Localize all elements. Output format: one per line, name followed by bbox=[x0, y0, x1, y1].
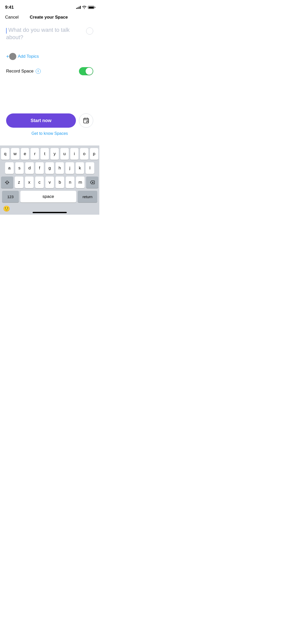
shift-key[interactable] bbox=[1, 177, 13, 188]
key-t[interactable]: t bbox=[40, 148, 49, 160]
key-g[interactable]: g bbox=[45, 162, 54, 174]
key-m[interactable]: m bbox=[76, 177, 85, 188]
emoji-button[interactable]: 🙂 bbox=[3, 206, 10, 212]
key-s[interactable]: s bbox=[15, 162, 24, 174]
record-space-left: Record Space i bbox=[6, 69, 41, 74]
key-z[interactable]: z bbox=[15, 177, 23, 188]
cancel-button[interactable]: Cancel bbox=[5, 15, 19, 20]
return-key[interactable]: return bbox=[78, 191, 97, 202]
schedule-button[interactable] bbox=[79, 113, 93, 128]
topic-circle-icon bbox=[86, 27, 93, 35]
status-bar: 9:41 bbox=[0, 0, 99, 11]
status-icons bbox=[76, 6, 94, 9]
keyboard-bottom-row: 123 space return bbox=[1, 191, 98, 204]
key-h[interactable]: h bbox=[56, 162, 64, 174]
key-q[interactable]: q bbox=[1, 148, 9, 160]
key-o[interactable]: o bbox=[80, 148, 88, 160]
space-key[interactable]: space bbox=[20, 191, 76, 202]
key-u[interactable]: u bbox=[60, 148, 69, 160]
key-n[interactable]: n bbox=[66, 177, 74, 188]
key-w[interactable]: w bbox=[11, 148, 19, 160]
keyboard-row-1: q w e r t y u i o p bbox=[1, 148, 98, 160]
key-k[interactable]: k bbox=[76, 162, 84, 174]
toggle-knob bbox=[86, 68, 93, 75]
add-topics-button[interactable]: + Add Topics bbox=[6, 53, 93, 60]
key-e[interactable]: e bbox=[21, 148, 29, 160]
topics-avatar bbox=[9, 53, 16, 60]
keyboard-row-2: a s d f g h j k l bbox=[1, 162, 98, 174]
signal-bars-icon bbox=[76, 6, 81, 9]
delete-key[interactable] bbox=[86, 177, 98, 188]
shift-icon bbox=[5, 180, 10, 185]
key-l[interactable]: l bbox=[86, 162, 94, 174]
key-x[interactable]: x bbox=[25, 177, 34, 188]
record-space-label: Record Space bbox=[6, 69, 34, 74]
text-cursor bbox=[6, 28, 7, 34]
topic-input-wrapper[interactable]: What do you want to talk about? bbox=[6, 26, 86, 41]
keyboard: q w e r t y u i o p a s d f g h j k l z … bbox=[0, 145, 99, 215]
key-f[interactable]: f bbox=[35, 162, 44, 174]
action-row: Start now bbox=[6, 113, 93, 128]
main-content: What do you want to talk about? + Add To… bbox=[0, 22, 99, 75]
key-d[interactable]: d bbox=[25, 162, 34, 174]
key-a[interactable]: a bbox=[5, 162, 14, 174]
info-icon[interactable]: i bbox=[36, 69, 41, 74]
numbers-key[interactable]: 123 bbox=[2, 191, 19, 202]
keyboard-row-3: z x c v b n m bbox=[1, 177, 98, 188]
topic-placeholder: What do you want to talk about? bbox=[6, 27, 70, 40]
get-to-know-link[interactable]: Get to know Spaces bbox=[31, 131, 68, 136]
record-space-toggle[interactable] bbox=[79, 67, 93, 75]
key-y[interactable]: y bbox=[50, 148, 59, 160]
key-b[interactable]: b bbox=[56, 177, 64, 188]
add-topics-label: Add Topics bbox=[18, 54, 39, 59]
start-now-button[interactable]: Start now bbox=[6, 113, 76, 128]
battery-icon bbox=[88, 6, 94, 9]
record-space-row: Record Space i bbox=[6, 67, 93, 75]
plus-icon: + bbox=[6, 54, 9, 60]
home-indicator bbox=[33, 212, 67, 213]
key-i[interactable]: i bbox=[70, 148, 79, 160]
key-v[interactable]: v bbox=[45, 177, 54, 188]
topic-input-area[interactable]: What do you want to talk about? bbox=[6, 26, 93, 47]
schedule-icon bbox=[83, 117, 89, 124]
status-time: 9:41 bbox=[5, 5, 14, 10]
key-j[interactable]: j bbox=[65, 162, 74, 174]
key-r[interactable]: r bbox=[31, 148, 39, 160]
wifi-icon bbox=[82, 6, 86, 9]
key-p[interactable]: p bbox=[90, 148, 98, 160]
page-title: Create your Space bbox=[30, 15, 68, 20]
delete-icon bbox=[90, 180, 95, 185]
bottom-actions: Start now Get to know Spaces bbox=[0, 113, 99, 136]
key-c[interactable]: c bbox=[35, 177, 44, 188]
nav-bar: Cancel Create your Space bbox=[0, 12, 99, 22]
